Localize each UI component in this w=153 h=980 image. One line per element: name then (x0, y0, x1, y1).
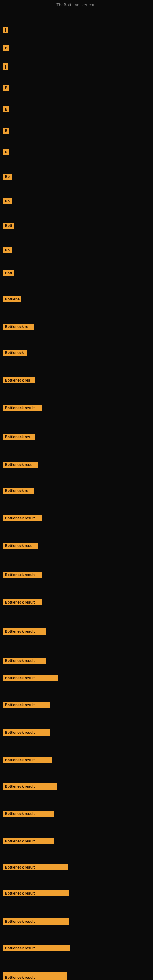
bottleneck-label: B (3, 106, 10, 112)
bottleneck-label: Bo (3, 198, 12, 204)
bottleneck-label: Bottleneck (3, 350, 27, 356)
bottleneck-item: B (3, 85, 10, 91)
bottleneck-item: Bottleneck result (3, 405, 42, 411)
bottleneck-item: Bottleneck result (3, 864, 68, 870)
bottleneck-item: Bottleneck res (3, 377, 35, 383)
bottleneck-label: Bottleneck result (3, 811, 54, 817)
bottleneck-item: Bott (3, 223, 14, 229)
bottleneck-item: | (3, 64, 8, 70)
bottleneck-label: | (3, 64, 8, 70)
bottleneck-item: Bottleneck result (3, 945, 70, 951)
bottleneck-label: Bottleneck result (3, 975, 67, 980)
bottleneck-item: Bottleneck result (3, 675, 58, 681)
bottleneck-item: Bo (3, 198, 12, 204)
bottleneck-item: Bottleneck (3, 350, 27, 356)
bottleneck-label: Bottleneck result (3, 572, 42, 578)
bottleneck-item: Bottleneck result (3, 572, 42, 578)
bottleneck-label: Bottleneck resu (3, 542, 38, 549)
bottleneck-label: Bottleneck result (3, 838, 54, 844)
bottleneck-label: Bottleneck re (3, 324, 33, 330)
bottleneck-item: Bottleneck result (3, 599, 42, 605)
bottleneck-label: Bottleneck result (3, 599, 42, 605)
bottleneck-label: Bo (3, 173, 12, 180)
bottleneck-item: Bo (3, 247, 12, 253)
bottleneck-label: | (3, 27, 8, 33)
bottleneck-item: Bottleneck result (3, 811, 54, 817)
items-container: |B|BBBBBoBoBottBoBottBottleneBottleneck … (0, 8, 153, 980)
bottleneck-item: Bottlene (3, 296, 21, 302)
bottleneck-item: Bottleneck re (3, 324, 33, 330)
bottleneck-label: Bott (3, 223, 14, 229)
bottleneck-item: Bo (3, 173, 12, 180)
bottleneck-label: B (3, 45, 10, 51)
bottleneck-label: Bottleneck result (3, 675, 58, 681)
bottleneck-label: Bottleneck result (3, 890, 69, 896)
bottleneck-label: Bottleneck result (3, 918, 69, 924)
bottleneck-label: Bo (3, 247, 12, 253)
bottleneck-label: Bottleneck res (3, 434, 35, 440)
bottleneck-label: Bottleneck resu (3, 461, 38, 468)
bottleneck-item: B (3, 128, 10, 134)
bottleneck-item: Bott (3, 270, 14, 276)
bottleneck-label: Bottleneck result (3, 757, 52, 763)
bottleneck-label: Bottleneck result (3, 657, 46, 663)
bottleneck-item: Bottleneck result (3, 702, 51, 708)
bottleneck-label: Bottleneck result (3, 628, 46, 635)
bottleneck-item: Bottleneck re (3, 488, 33, 494)
bottleneck-item: Bottleneck res (3, 434, 35, 440)
bottleneck-item: Bottleneck result (3, 783, 57, 789)
bottleneck-item: Bottleneck result (3, 515, 42, 521)
bottleneck-item: B (3, 45, 10, 51)
bottleneck-label: Bottleneck result (3, 405, 42, 411)
bottleneck-item: Bottleneck result (3, 657, 46, 663)
bottleneck-label: Bott (3, 270, 14, 276)
bottleneck-item: Bottleneck result (3, 757, 52, 763)
bottleneck-item: Bottleneck resu (3, 542, 38, 549)
bottleneck-label: Bottleneck result (3, 864, 68, 870)
bottleneck-label: Bottleneck result (3, 945, 70, 951)
bottleneck-item: B (3, 106, 10, 112)
bottleneck-item: Bottleneck resu (3, 461, 38, 468)
bottleneck-item: Bottleneck result (3, 730, 51, 736)
bottleneck-item: B (3, 149, 10, 155)
bottleneck-item: Bottleneck result (3, 918, 69, 924)
site-title: TheBottlenecker.com (0, 0, 153, 8)
bottleneck-label: Bottlene (3, 296, 21, 302)
bottleneck-item: Bottleneck result (3, 890, 69, 896)
bottleneck-item: | (3, 27, 8, 33)
bottleneck-label: Bottleneck result (3, 702, 51, 708)
bottleneck-label: B (3, 85, 10, 91)
bottleneck-label: Bottleneck result (3, 730, 51, 736)
bottleneck-label: B (3, 128, 10, 134)
bottleneck-item: Bottleneck result (3, 628, 46, 635)
bottleneck-label: Bottleneck res (3, 377, 35, 383)
bottleneck-label: Bottleneck re (3, 488, 33, 494)
bottleneck-label: Bottleneck result (3, 515, 42, 521)
bottleneck-label: Bottleneck result (3, 783, 57, 789)
bottleneck-label: B (3, 149, 10, 155)
bottleneck-item: Bottleneck result (3, 975, 67, 980)
bottleneck-item: Bottleneck result (3, 838, 54, 844)
